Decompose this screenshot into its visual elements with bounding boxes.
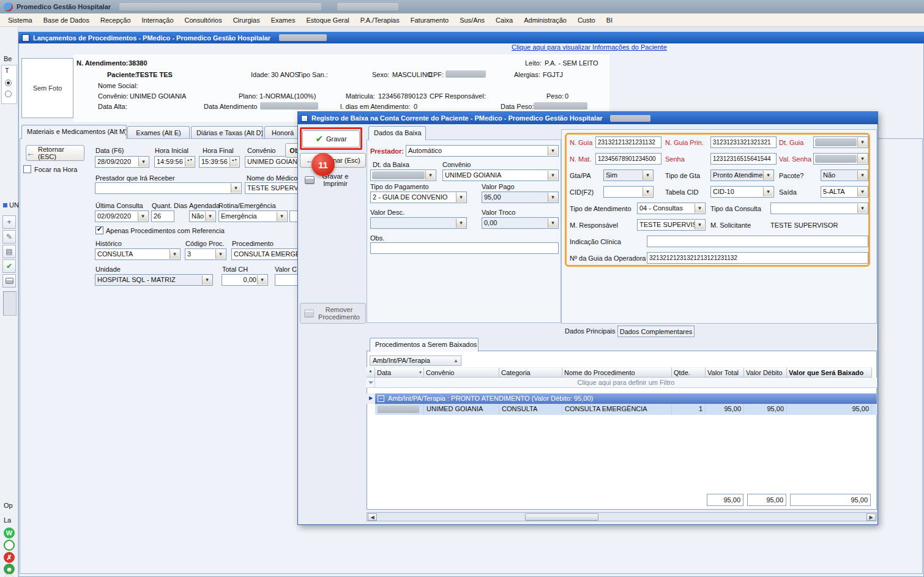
whatsapp-shortcut-icon[interactable]: W [4,527,15,538]
tipo-consulta-field[interactable] [770,203,868,214]
menu-cirurgias[interactable]: Cirurgias [228,13,266,27]
scroll-right-button[interactable]: ▶ [866,513,876,521]
referencia-checkbox[interactable] [95,226,103,234]
header-nome-procedimento[interactable]: Nome do Procedimento [562,367,672,378]
tab-dados-principais[interactable]: Dados Principais [565,327,616,335]
dialog-convenio-field[interactable]: UNIMED GOIANIA [442,169,559,181]
header-categoria[interactable]: Categoria [499,367,562,378]
person-shortcut-icon[interactable]: ☻ [4,564,15,575]
senha-field[interactable]: 12312316515641544 [710,153,777,165]
n-guia-field[interactable]: 23132121321231132 [595,136,661,148]
collapse-group-icon[interactable]: − [378,395,384,402]
tipo-gta-field[interactable]: Pronto Atendimer [710,169,774,181]
menu-bi[interactable]: BI [601,13,618,27]
cell-valor-total[interactable]: 95,00 [706,404,744,415]
cell-nome-procedimento[interactable]: CONSULTA EMERGÊNCIA [562,404,672,415]
tab-exames[interactable]: Exames (Alt E) [127,126,190,139]
pacote-field[interactable]: Não [821,169,868,181]
indicacao-clinica-field[interactable] [647,236,868,247]
n-mat-field[interactable]: 12345678901234500 [595,153,661,165]
close-shortcut-icon[interactable]: ✗ [4,552,15,563]
dock-radio-1[interactable] [5,80,12,86]
cell-qtde[interactable]: 1 [672,404,706,415]
cell-data[interactable] [375,404,424,415]
prestador-field[interactable]: Automático [406,145,559,157]
menu-estoque-geral[interactable]: Estoque Geral [300,13,354,27]
menu-pa-terapias[interactable]: P.A./Terapias [355,13,405,27]
dock-radio-2[interactable] [5,91,12,97]
toolbar-list-button[interactable]: ▤ [2,245,16,258]
header-valor-baixado[interactable]: Valor que Será Baixado [787,367,872,378]
n-guia-prin-field[interactable]: 31231231321321321 [710,136,777,148]
filter-arrow-icon[interactable]: ▾ [419,368,422,378]
tab-honorarios[interactable]: Honorá [264,126,301,139]
procedimento-field[interactable]: CONSULTA EMERGÊN [231,248,300,260]
tipo-atendimento-field[interactable]: 04 - Consultas [637,203,706,214]
m-responsavel-field[interactable]: TESTE SUPERVIS [637,219,706,231]
menu-faturamento[interactable]: Faturamento [405,13,454,27]
clock-shortcut-icon[interactable] [4,540,15,551]
dock-label-op[interactable]: Op [4,502,13,509]
quant-dias-field[interactable]: 26 [151,210,174,222]
retornar-esc-button[interactable]: ← Retornar (ESC) [26,145,84,161]
tabela-cid-field[interactable]: CID-10 [710,186,774,198]
app-titlebar[interactable]: Promedico Gestão Hospitalar [0,0,924,13]
menu-exames[interactable]: Exames [266,13,301,27]
tab-dados-complementares[interactable]: Dados Complementares [617,326,695,337]
cell-categoria[interactable]: CONSULTA [499,404,562,415]
menu-consultorios[interactable]: Consultórios [179,13,228,27]
menu-caixa[interactable]: Caixa [490,13,518,27]
menu-recepcao[interactable]: Recepção [95,13,136,27]
group-by-box[interactable]: Amb/Int/PA/Terapia ▲ [370,356,461,366]
cid-field[interactable] [603,186,654,198]
tab-procedimentos-baixados[interactable]: Procedimentos a Serem Baixados [370,338,479,352]
header-valor-total[interactable]: Valor Total [706,367,744,378]
dt-baixa-field-redacted[interactable] [370,169,436,181]
remover-procedimento-button[interactable]: Remover Procedimento [300,303,366,324]
menu-sistema[interactable]: Sistema [2,13,38,27]
rotina-emergencia-field[interactable]: Emergência [218,210,288,222]
scroll-left-button[interactable]: ◀ [368,513,377,521]
scrollbar-thumb[interactable] [525,513,598,521]
prestador-receber-field[interactable] [95,182,242,194]
dock-label-be[interactable]: Be [4,55,12,62]
filter-row[interactable]: Clique aqui para definir um Filtro [375,378,877,388]
tab-materiais-medicamentos[interactable]: Materiais e Medicamentos (Alt M) [21,125,127,139]
patient-info-link[interactable]: Clique aqui para visualizar Informações … [512,43,667,51]
cell-valor-debito[interactable]: 95,00 [744,404,787,415]
obs-input[interactable] [370,242,559,254]
horizontal-scrollbar[interactable]: ◀ ▶ [367,512,877,521]
menu-sus-ans[interactable]: Sus/Ans [454,13,490,27]
nome-medico-field[interactable]: TESTE SUPERVIS [245,182,306,194]
toolbar-print-button[interactable] [2,274,16,288]
tab-dados-da-baixa[interactable]: Dados da Baixa [368,126,426,140]
total-ch-field[interactable]: 0,00 [222,274,268,286]
grid-corner-cell[interactable]: * [367,367,375,378]
menu-internacao[interactable]: Internação [136,13,179,27]
saida-field[interactable]: 5-ALTA [821,186,868,198]
menu-base-de-dados[interactable]: Base de Dados [38,13,95,27]
val-senha-field-redacted[interactable] [813,153,868,165]
header-valor-debito[interactable]: Valor Débito [744,367,787,378]
historico-field[interactable]: CONSULTA [95,248,181,260]
n-guia-operadora-field[interactable]: 32132121231321213121231132 [647,252,868,264]
group-row[interactable]: − Amb/Int/PA/Terapia : PRONTO ATENDIMENT… [375,393,877,404]
filter-row-corner[interactable] [367,378,375,388]
dialog-titlebar[interactable]: Registro de Baixa na Conta Corrente do P… [298,112,877,124]
header-convenio[interactable]: Convênio [424,367,499,378]
toolbar-add-button[interactable]: + [2,215,16,229]
toolbar-confirm-button[interactable]: ✔ [2,259,16,273]
cell-valor-baixado[interactable]: 95,00 [787,404,872,415]
unidade-field[interactable]: HOSPITAL SQL - MATRIZ [95,274,213,286]
dock-label-la[interactable]: La [4,516,11,524]
valor-desc-field[interactable] [370,217,467,229]
ultima-consulta-field[interactable]: 02/09/2020 [95,210,149,222]
tipo-pagamento-field[interactable]: 2 - GUIA DE CONVENIO [370,192,467,203]
dt-guia-field-redacted[interactable] [813,136,868,148]
focar-na-hora-checkbox[interactable] [23,165,31,173]
data-f6-field[interactable]: 28/09/2020 [95,156,149,168]
hora-inicial-field[interactable]: 14:59:56 [154,156,195,168]
cell-convenio[interactable]: UNIMED GOIANIA [424,404,499,415]
valor-pago-field[interactable]: 95,00 [482,192,559,203]
gta-pa-field[interactable]: Sim [603,169,654,181]
